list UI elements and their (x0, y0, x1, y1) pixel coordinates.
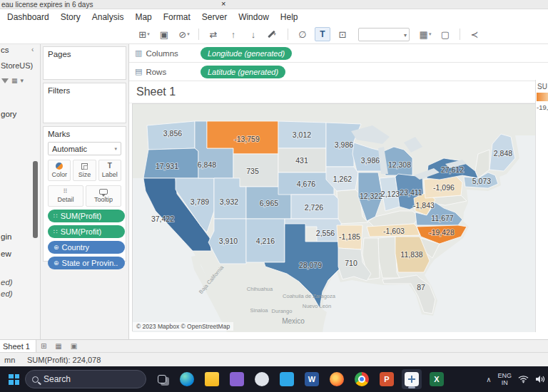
taskbar-app-app-purple-icon[interactable] (227, 369, 247, 389)
measure-icon: ∷ (54, 212, 58, 220)
duplicate-icon[interactable]: ▣ (156, 27, 172, 41)
label-button[interactable]: T Label (98, 160, 121, 181)
collapse-pane-icon[interactable]: ‹ (31, 46, 34, 53)
taskbar-app-excel-icon[interactable]: X (427, 369, 447, 389)
sort-ascending-icon[interactable]: ↑ (225, 27, 241, 41)
color-button[interactable]: Color (48, 160, 71, 181)
state-il-value-label: 12,322 (360, 192, 382, 200)
menu-item-format[interactable]: Format (158, 10, 196, 24)
data-field-fragment[interactable]: ew (1, 249, 11, 258)
state-va-value-label: 11,677 (431, 214, 453, 222)
menu-item-story[interactable]: Story (55, 10, 86, 24)
toolbar-separator (288, 29, 288, 40)
rows-shelf-text: Rows (146, 68, 166, 76)
fix-axes-icon[interactable]: ⊡ (335, 27, 350, 41)
state-wv-value-label: -1,843 (413, 201, 435, 210)
data-source-name-fragment[interactable]: StoreUS) (1, 61, 33, 70)
map-attribution[interactable]: © 2023 Mapbox © OpenStreetMap (133, 322, 233, 331)
tray-chevron-icon[interactable]: ∧ (486, 376, 491, 383)
mark-type-dropdown[interactable]: Automatic ▾ (48, 142, 121, 155)
menu-item-server[interactable]: Server (196, 10, 233, 24)
color-legend[interactable]: SU -19,4 (535, 80, 548, 332)
size-icon (81, 163, 88, 170)
cards-column: Pages Filters Marks Automatic ▾ Color (41, 44, 129, 339)
taskbar-app-task-view-icon[interactable] (152, 369, 172, 389)
toolbar-separator (460, 29, 460, 40)
us-profit-map[interactable]: 3,85617,93137,4223,7896,848-13,7597353,9… (133, 104, 536, 332)
data-field-fragment[interactable]: gin (1, 232, 11, 241)
marks-pill-state-or-provin-[interactable]: ⊕State or Provin.. (48, 257, 125, 269)
trial-banner-text: eau license expires in 6 days (1, 1, 93, 9)
columns-pill[interactable]: Longitude (generated) (201, 47, 292, 60)
tab-sheet1[interactable]: Sheet 1 (0, 340, 36, 353)
taskbar-app-word-icon[interactable]: W (302, 369, 322, 389)
filters-shelf[interactable]: Filters (43, 83, 126, 123)
geo-label-nuevo-le-n: Nuevo León (303, 303, 331, 309)
size-button[interactable]: Size (73, 160, 96, 181)
marks-pill-sum-profit-[interactable]: ∷SUM(Profit) (48, 225, 125, 238)
swap-axes-icon[interactable]: ⇄ (206, 27, 221, 41)
presentation-mode-icon[interactable]: ▢ (437, 27, 453, 41)
new-story-tab-icon[interactable]: ▣ (71, 342, 77, 350)
rows-pill[interactable]: Latitude (generated) (201, 66, 285, 78)
marks-pill-sum-profit-[interactable]: ∷SUM(Profit) (48, 210, 125, 222)
rows-shelf[interactable]: ▤ Rows Latitude (generated) (129, 63, 548, 81)
menu-item-dashboard[interactable]: Dashboard (1, 10, 55, 24)
wifi-icon[interactable] (518, 375, 529, 383)
sort-descending-icon[interactable]: ↓ (245, 27, 261, 41)
taskbar-app-file-explorer-icon[interactable] (202, 369, 222, 389)
menu-item-window[interactable]: Window (233, 10, 275, 24)
chevron-down-icon[interactable]: ▾ (21, 77, 24, 84)
new-dashboard-tab-icon[interactable]: ▦ (55, 342, 61, 350)
pages-shelf[interactable]: Pages (43, 46, 126, 80)
data-field-fragment[interactable]: ed) (1, 289, 13, 298)
share-icon[interactable]: ≺ (467, 27, 482, 41)
start-button[interactable] (9, 374, 19, 385)
data-field-fragment[interactable]: ed) (1, 278, 13, 287)
show-cards-icon[interactable]: ▦▾ (417, 27, 433, 41)
new-worksheet-tab-icon[interactable]: ⊞ (41, 342, 46, 350)
taskbar-app-vscode-icon[interactable] (277, 369, 297, 389)
new-worksheet-icon[interactable]: ⊞▾ (136, 27, 152, 41)
group-members-icon[interactable]: ∅ (295, 27, 310, 41)
rows-shelf-label: ▤ Rows (135, 67, 198, 76)
taskbar-app-edge-icon[interactable] (177, 369, 197, 389)
state-sd-value-label: 431 (295, 156, 308, 165)
marks-pill-country[interactable]: ⊕Country (48, 241, 125, 254)
data-pane-tab-fragment[interactable]: cs (1, 46, 9, 54)
fit-dropdown[interactable]: ▾ (358, 28, 410, 41)
show-mark-labels-icon[interactable]: T (315, 27, 330, 41)
data-field-fragment[interactable]: gory (1, 110, 16, 118)
filter-icon[interactable] (1, 78, 9, 83)
marks-card-label: Marks (48, 130, 70, 138)
taskbar-search[interactable]: Search (25, 370, 146, 388)
tooltip-icon (99, 189, 108, 195)
taskbar-app-firefox-icon[interactable] (327, 369, 347, 389)
data-pane-scrollbar[interactable] (33, 161, 38, 238)
view-grid-icon[interactable]: ▦ (11, 77, 18, 84)
highlight-icon[interactable]: ▾ (265, 27, 281, 41)
detail-icon: ⠿ (64, 189, 68, 195)
menu-item-analysis[interactable]: Analysis (86, 10, 130, 24)
columns-shelf[interactable]: ▥ Columns Longitude (generated) (129, 44, 548, 63)
taskbar-app-app-light-icon[interactable] (252, 369, 272, 389)
taskbar-app-chrome-icon[interactable] (352, 369, 372, 389)
globe-icon: ⊕ (54, 259, 59, 267)
detail-button[interactable]: ⠿ Detail (48, 185, 83, 207)
main-content: cs ‹ StoreUS) ▦ ▾ goryginewed)ed) Pages … (0, 44, 548, 339)
tooltip-button[interactable]: Tooltip (86, 185, 121, 207)
taskbar-app-powerpoint-icon[interactable]: P (377, 369, 397, 389)
map-view[interactable]: 3,85617,93137,4223,7896,848-13,7597353,9… (132, 103, 535, 331)
menu-item-map[interactable]: Map (129, 10, 157, 24)
close-icon[interactable]: × (221, 0, 225, 8)
taskbar-app-tableau-icon[interactable] (402, 369, 422, 389)
language-indicator[interactable]: ENG IN (497, 372, 512, 386)
measure-icon: ∷ (54, 228, 58, 235)
state-id-value-label: 6,848 (198, 160, 216, 169)
marks-card: Marks Automatic ▾ Color Size T (43, 126, 126, 262)
clear-sheet-icon[interactable]: ⊘▾ (176, 27, 192, 41)
state-ok-value-label: 2,556 (316, 229, 335, 237)
menu-item-help[interactable]: Help (275, 10, 304, 24)
volume-icon[interactable] (535, 375, 545, 383)
language-top: ENG (497, 372, 512, 379)
